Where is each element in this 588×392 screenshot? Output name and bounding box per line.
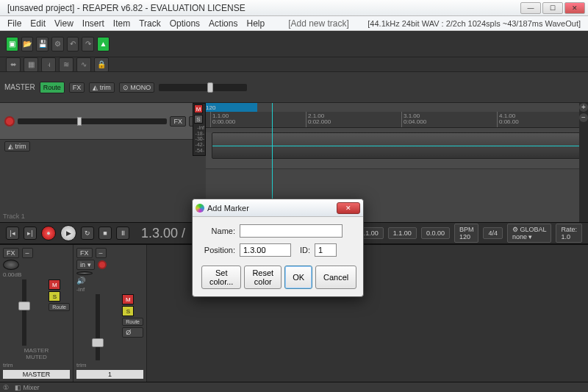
position-label: Position:	[201, 246, 235, 254]
selection-end[interactable]: 1.1.00	[388, 227, 417, 239]
ch-route-button[interactable]: Route	[122, 318, 143, 326]
playrate-chip[interactable]: Rate:1.0	[556, 224, 582, 243]
mute-button[interactable]: M	[194, 104, 203, 113]
play-button[interactable]: ▶	[60, 225, 76, 241]
menu-item[interactable]: Item	[113, 18, 130, 29]
master-label: MASTER	[4, 83, 35, 91]
master-route-button[interactable]: Route	[49, 303, 70, 311]
global-automation-chip[interactable]: ⚙ GLOBALnone ▾	[507, 224, 552, 243]
timesig-chip[interactable]: 4/4	[483, 227, 503, 239]
ch-solo-button[interactable]: S	[122, 306, 134, 316]
snap-icon[interactable]: ⫞	[41, 57, 56, 72]
tempo-region[interactable]: 120	[206, 103, 257, 112]
ch-fader[interactable]	[76, 294, 119, 360]
master-fx-slot[interactable]: FX	[3, 248, 19, 258]
bpm-chip[interactable]: BPM120	[454, 224, 479, 243]
reset-color-button[interactable]: Reset color	[244, 266, 282, 289]
master-fader[interactable]	[3, 279, 46, 346]
settings-icon[interactable]: ⚙	[51, 37, 64, 51]
mixer-channel-1: FX– in ▾ 🔊 -inf M S Route Ø trim 1	[74, 245, 147, 382]
dialog-close-button[interactable]: ✕	[337, 202, 360, 214]
menu-actions[interactable]: Actions	[209, 18, 237, 29]
set-color-button[interactable]: Set color...	[201, 266, 241, 289]
ch-input-button[interactable]: in ▾	[76, 260, 95, 270]
status-mixer-tab[interactable]: ◧ Mixer	[15, 384, 40, 391]
ch-recarm-button[interactable]	[98, 260, 107, 269]
ch-trim-label: trim	[76, 362, 143, 368]
menu-file[interactable]: File	[7, 18, 21, 29]
stop-button[interactable]: ■	[98, 227, 112, 240]
ruler-tick: 2.1.000:02.000	[306, 112, 331, 127]
track-lane[interactable]	[206, 132, 588, 169]
master-fx-button[interactable]: FX	[69, 82, 85, 93]
ok-button[interactable]: OK	[284, 266, 312, 289]
menu-edit[interactable]: Edit	[30, 18, 46, 29]
pause-button[interactable]: ⏸	[116, 227, 129, 240]
maximize-button[interactable]: ☐	[542, 2, 563, 14]
master-track-panel: MASTER Route FX ◭ trim ⊙ MONO	[0, 72, 588, 103]
master-mono-button[interactable]: ⊙ MONO	[119, 82, 155, 93]
master-volume-slider[interactable]	[159, 84, 247, 91]
master-mute-button[interactable]: M	[49, 279, 60, 290]
track-volume-slider[interactable]	[18, 118, 167, 124]
mixer-ch1-label: 1	[76, 370, 143, 379]
master-trim-button[interactable]: ◭ trim	[89, 82, 115, 93]
menu-add-new-track[interactable]: [Add new track]	[288, 18, 349, 29]
record-button[interactable]: ●	[41, 226, 56, 240]
metronome-icon[interactable]: ▲	[97, 37, 110, 51]
marker-position-input[interactable]	[240, 243, 291, 257]
ch-pan-knob[interactable]	[76, 271, 93, 275]
menu-track[interactable]: Track	[139, 18, 161, 29]
record-arm-button[interactable]	[4, 116, 15, 126]
save-project-icon[interactable]: 💾	[36, 37, 49, 51]
master-db-readout: 0.00dB	[3, 271, 70, 278]
zoom-out-v-icon[interactable]: −	[579, 113, 588, 122]
media-item[interactable]	[212, 132, 582, 159]
selection-length[interactable]: 0.0.00	[421, 227, 450, 239]
undo-icon[interactable]: ↶	[67, 37, 79, 51]
redo-icon[interactable]: ↷	[82, 37, 94, 51]
menu-options[interactable]: Options	[170, 18, 200, 29]
master-muted-label: MASTER MUTED	[3, 347, 70, 360]
transport-position[interactable]: 1.3.00 /	[141, 226, 185, 241]
marker-name-input[interactable]	[240, 224, 343, 238]
track-fx-button[interactable]: FX	[170, 116, 186, 126]
master-pan-knob[interactable]	[3, 260, 19, 270]
repeat-button[interactable]: ↻	[81, 227, 94, 240]
menu-help[interactable]: Help	[246, 18, 265, 29]
close-button[interactable]: ✕	[564, 2, 585, 14]
track-1[interactable]: 1 FX Ø	[0, 103, 206, 140]
cancel-button[interactable]: Cancel	[315, 266, 356, 289]
master-fx-bypass[interactable]: –	[22, 248, 33, 258]
minimize-button[interactable]: —	[520, 2, 541, 14]
mixer-master-channel: FX– 0.00dB M S Route MASTER MUTED trim M…	[0, 245, 74, 382]
grid-icon[interactable]: ▦	[24, 57, 38, 72]
dialog-titlebar[interactable]: Add Marker ✕	[193, 199, 363, 217]
ch-fx-bypass[interactable]: –	[96, 248, 107, 258]
ch-speaker-icon[interactable]: 🔊	[76, 277, 143, 285]
name-label: Name:	[201, 227, 235, 235]
new-project-icon[interactable]: ▣	[6, 37, 18, 51]
meter-scale: -inf -18- -30- -42- -54-	[194, 125, 204, 153]
go-start-button[interactable]: |◂	[6, 227, 19, 240]
marker-id-input[interactable]	[315, 243, 337, 257]
solo-button[interactable]: S	[194, 115, 203, 124]
timeline-ruler[interactable]: 120 1.1.000:00.000 2.1.000:02.000 3.1.00…	[206, 112, 588, 128]
ch-mute-button[interactable]: M	[122, 294, 134, 304]
ruler-tick: 1.1.000:00.000	[210, 112, 235, 127]
master-route-button[interactable]: Route	[40, 82, 65, 93]
link-icon[interactable]: ⬌	[6, 57, 21, 72]
status-idx[interactable]: ①	[3, 384, 9, 391]
zoom-in-v-icon[interactable]: +	[579, 103, 588, 112]
go-end-button[interactable]: ▸|	[24, 227, 37, 240]
open-project-icon[interactable]: 📂	[21, 37, 34, 51]
ripple-icon[interactable]: ≋	[59, 57, 74, 72]
lock-icon[interactable]: 🔒	[94, 57, 109, 72]
envelope-icon[interactable]: ∿	[76, 57, 91, 72]
menu-view[interactable]: View	[54, 18, 74, 29]
ch-fx-slot[interactable]: FX	[76, 248, 93, 258]
master-solo-button[interactable]: S	[49, 291, 60, 302]
menu-insert[interactable]: Insert	[82, 18, 104, 29]
track-trim-button[interactable]: ◭ trim	[4, 141, 30, 152]
ch-phase-button[interactable]: Ø	[122, 327, 143, 338]
